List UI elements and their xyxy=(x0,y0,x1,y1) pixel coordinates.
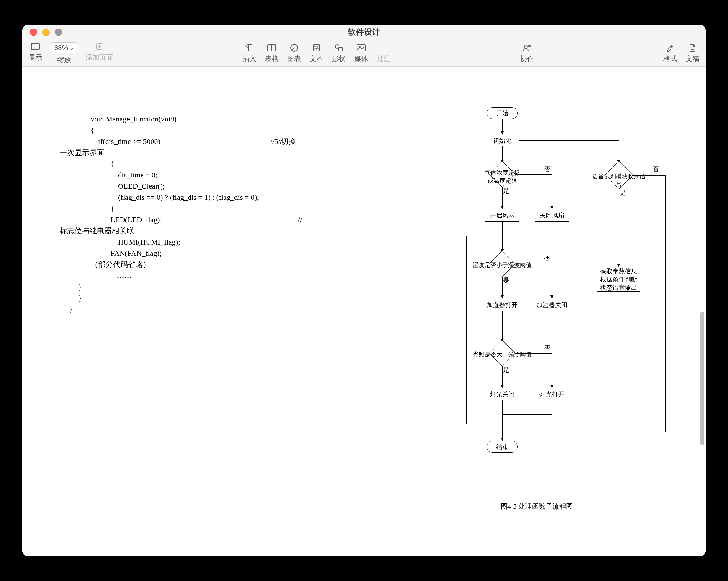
code-line: } xyxy=(60,281,302,293)
flow-connector xyxy=(552,401,552,414)
show-label: 显示 xyxy=(29,53,42,62)
flow-connector xyxy=(502,325,552,325)
page-right: 开始 初始化 气体浓度超标或温度超限 是 否 xyxy=(364,67,706,556)
flow-connector xyxy=(515,353,552,354)
flow-connector xyxy=(467,235,502,236)
shape-label: 形状 xyxy=(332,54,346,64)
window-title: 软件设计 xyxy=(348,27,380,37)
arrow-icon xyxy=(550,296,553,299)
flow-light-off: 灯光关闭 xyxy=(485,388,519,401)
flow-light-on: 灯光打开 xyxy=(535,388,569,401)
flow-connector xyxy=(619,189,619,264)
code-line: if(dis_time >= 5000) //5s切换 xyxy=(60,136,302,147)
flow-connector xyxy=(502,235,552,236)
chart-button[interactable]: 图表 xyxy=(287,44,301,64)
page-left: void Manage_function(void) { if(dis_time… xyxy=(22,67,364,556)
flow-connector xyxy=(502,366,502,385)
code-line: HUMI(HUMI_flag); xyxy=(60,236,302,248)
shape-icon xyxy=(335,44,343,52)
collaborate-button[interactable]: 协作 xyxy=(520,44,534,64)
zoom-select[interactable]: 88% xyxy=(51,42,77,53)
flow-connector xyxy=(502,187,502,206)
flow-connector xyxy=(619,292,619,432)
flow-humid-off: 加湿器关闭 xyxy=(535,299,569,311)
code-line: (flag_dis == 0) ? (flag_dis = 1) : (flag… xyxy=(60,192,302,203)
no-label: 否 xyxy=(544,254,550,263)
code-line: LED(LED_flag); // xyxy=(60,214,302,225)
shape-button[interactable]: 形状 xyxy=(332,44,346,64)
format-label: 格式 xyxy=(664,54,677,64)
code-line: } xyxy=(60,203,302,214)
flow-voice-out: 获取参数信息根据条件判断状态语音输出 xyxy=(597,267,641,292)
scrollbar[interactable] xyxy=(700,312,704,445)
document-button[interactable]: 文稿 xyxy=(686,44,699,64)
chevron-down-icon xyxy=(70,44,74,52)
minimize-button[interactable] xyxy=(42,29,50,36)
close-button[interactable] xyxy=(30,29,37,36)
flow-connector xyxy=(552,222,552,235)
table-icon xyxy=(267,44,276,52)
code-line: （部分代码省略） xyxy=(60,259,302,270)
flow-connector xyxy=(502,401,502,438)
flow-connector xyxy=(502,432,619,432)
insert-button[interactable]: 插入 xyxy=(242,44,256,64)
flow-end: 结束 xyxy=(487,441,518,453)
flow-connector xyxy=(633,175,665,176)
flowchart: 开始 初始化 气体浓度超标或温度超限 是 否 xyxy=(448,107,690,499)
paragraph-icon xyxy=(245,44,254,52)
flow-connector xyxy=(502,277,502,296)
app-window: 软件设计 显示 88% 缩放 xyxy=(22,25,706,556)
text-icon: 字 xyxy=(312,44,321,52)
code-line: void Manage_function(void) xyxy=(60,113,302,125)
add-page-icon xyxy=(95,42,104,51)
flow-connector xyxy=(515,264,552,264)
flow-connector xyxy=(519,141,619,141)
figure-caption: 图4-5 处理函数子流程图 xyxy=(501,502,573,511)
code-line: OLED_Clear(); xyxy=(60,180,302,192)
code-line: …… xyxy=(60,270,302,281)
show-button[interactable]: 显示 xyxy=(29,42,42,65)
flow-decision-gas xyxy=(489,161,516,188)
flow-decision-humid xyxy=(489,251,516,277)
flow-decision-light xyxy=(489,340,516,367)
zoom-button[interactable]: 88% 缩放 xyxy=(51,42,77,65)
flow-humid-on: 加湿器打开 xyxy=(485,299,519,311)
text-button[interactable]: 字 文本 xyxy=(310,44,323,64)
media-button[interactable]: 媒体 xyxy=(354,44,368,64)
flow-fan-on: 开启风扇 xyxy=(485,209,519,222)
format-button[interactable]: 格式 xyxy=(664,44,677,64)
code-block: void Manage_function(void) { if(dis_time… xyxy=(60,113,302,315)
yes-label: 是 xyxy=(503,276,509,285)
document-icon xyxy=(688,44,697,52)
titlebar: 软件设计 xyxy=(22,25,706,40)
no-label: 否 xyxy=(544,165,550,173)
no-label: 否 xyxy=(544,344,550,352)
arrow-icon xyxy=(501,296,504,299)
document-area[interactable]: void Manage_function(void) { if(dis_time… xyxy=(22,67,706,556)
svg-point-16 xyxy=(524,45,527,48)
document-label: 文稿 xyxy=(686,54,699,64)
code-line: dis_time = 0; xyxy=(60,169,302,180)
flow-connector xyxy=(552,353,552,385)
toolbar: 显示 88% 缩放 添加页面 xyxy=(22,40,706,67)
flow-init: 初始化 xyxy=(485,134,519,146)
code-line: 标志位与继电器相关联 xyxy=(60,225,302,236)
yes-label: 是 xyxy=(503,187,509,195)
flow-connector xyxy=(665,175,666,432)
table-button[interactable]: 表格 xyxy=(265,44,279,64)
yes-label: 是 xyxy=(620,188,626,197)
maximize-button[interactable] xyxy=(55,29,62,36)
add-page-button[interactable]: 添加页面 xyxy=(86,42,113,65)
zoom-value: 88% xyxy=(54,44,68,52)
format-icon xyxy=(666,44,675,52)
flow-connector xyxy=(619,432,665,432)
flow-connector xyxy=(502,414,552,415)
flow-fan-off: 关闭风扇 xyxy=(535,209,569,222)
code-line: } xyxy=(60,293,302,304)
comment-button[interactable]: 批注 xyxy=(377,44,390,64)
zoom-label: 缩放 xyxy=(57,55,71,65)
code-line: 一次显示界面 xyxy=(60,147,302,158)
media-label: 媒体 xyxy=(354,54,368,64)
code-line: FAN(FAN_flag); xyxy=(60,248,302,259)
flow-connector xyxy=(619,141,619,160)
